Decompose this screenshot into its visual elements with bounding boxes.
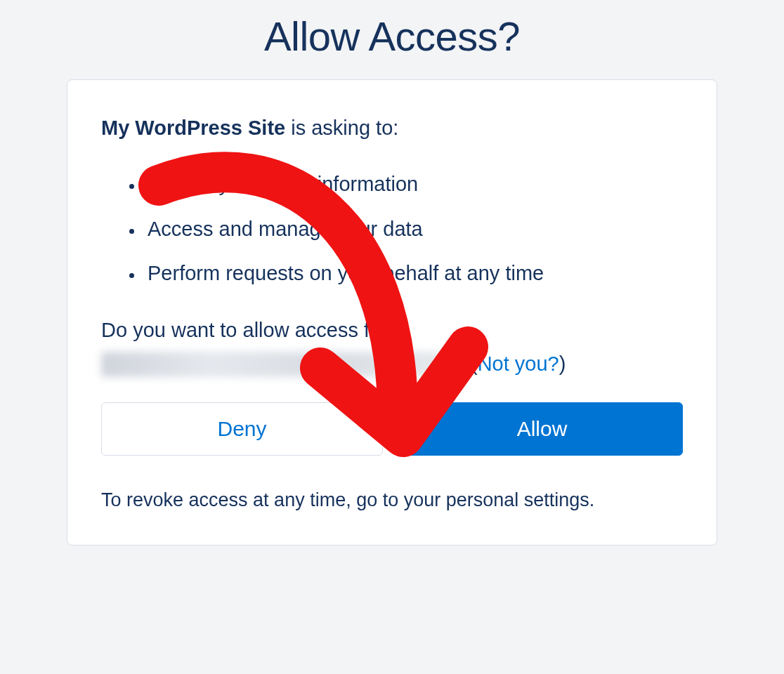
account-row: (Not you?) — [101, 352, 683, 377]
consent-card: My WordPress Site is asking to: Access y… — [67, 79, 717, 546]
not-you-link[interactable]: Not you? — [478, 352, 559, 375]
permission-item: Access and manage your data — [143, 214, 683, 245]
account-identifier-redacted — [101, 352, 466, 377]
confirm-question: Do you want to allow access for — [101, 319, 683, 342]
permissions-list: Access your basic information Access and… — [101, 169, 683, 289]
allow-button[interactable]: Allow — [401, 402, 683, 456]
page-title: Allow Access? — [0, 13, 784, 60]
asking-line: My WordPress Site is asking to: — [101, 117, 683, 140]
asking-suffix: is asking to: — [285, 117, 398, 139]
page-root: Allow Access? My WordPress Site is askin… — [0, 0, 784, 674]
deny-button[interactable]: Deny — [101, 402, 383, 456]
button-row: Deny Allow — [101, 402, 683, 456]
revoke-footnote: To revoke access at any time, go to your… — [101, 489, 683, 511]
permission-item: Access your basic information — [143, 169, 683, 200]
app-name: My WordPress Site — [101, 117, 285, 139]
permission-item: Perform requests on your behalf at any t… — [143, 258, 683, 289]
paren-close: ) — [559, 352, 566, 375]
paren-open: ( — [471, 352, 478, 375]
not-you-wrap: (Not you?) — [471, 352, 566, 376]
